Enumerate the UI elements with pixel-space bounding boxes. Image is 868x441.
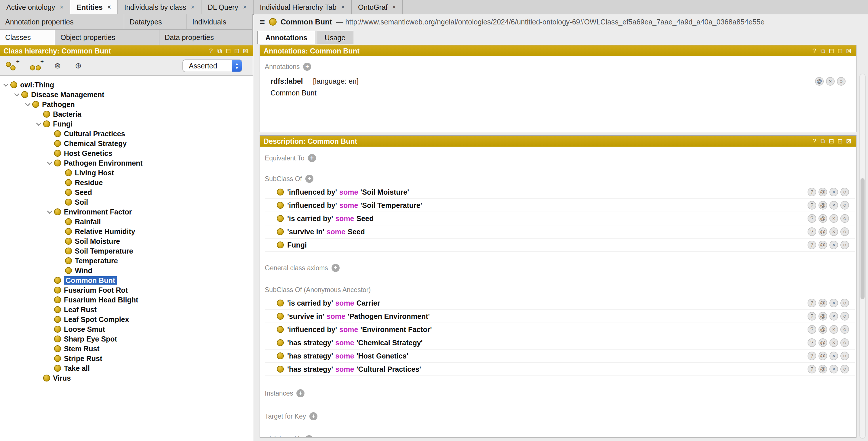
axiom-row[interactable]: 'has strategy'some'Chemical Strategy'?@×… [265, 336, 855, 349]
explain-button[interactable]: ? [808, 201, 816, 210]
edit-button[interactable]: ○ [840, 201, 849, 210]
delete-button[interactable]: × [830, 188, 838, 196]
add-sibling-class-button[interactable]: + [30, 61, 44, 71]
chevron-down-icon[interactable] [46, 208, 54, 215]
tree-item-loose-smut[interactable]: Loose Smut [0, 324, 253, 334]
chevron-down-icon[interactable] [2, 81, 10, 89]
delete-button[interactable]: × [830, 214, 838, 223]
tab-object-properties[interactable]: Object properties [55, 30, 159, 45]
add-annotation-button[interactable]: + [303, 63, 311, 71]
tree-item-cultural-practices[interactable]: Cultural Practices [0, 129, 253, 139]
tree-item-bacteria[interactable]: Bacteria [0, 109, 253, 119]
minimize-panel-icon[interactable]: ⊟ [224, 47, 232, 55]
axiom-row[interactable]: 'influenced by'some'Environment Factor'?… [265, 323, 855, 336]
help-icon[interactable]: ? [207, 47, 215, 55]
close-icon[interactable]: × [392, 3, 396, 11]
delete-button[interactable]: × [830, 241, 838, 249]
edit-button[interactable]: ○ [840, 312, 849, 320]
tree-item-stem-rust[interactable]: Stem Rust [0, 344, 253, 353]
add-superclass-button[interactable]: + [305, 175, 313, 183]
tree-item-rainfall[interactable]: Rainfall [0, 217, 253, 227]
close-panel-icon[interactable]: ⊠ [845, 47, 852, 55]
explain-button[interactable]: ? [808, 351, 816, 360]
edit-button[interactable]: ○ [840, 351, 849, 360]
delete-button[interactable]: × [830, 312, 838, 320]
add-equivalent-class-button[interactable]: + [308, 154, 316, 162]
split-panel-icon[interactable]: ⧉ [216, 47, 223, 55]
delete-button[interactable]: × [826, 77, 835, 86]
delete-class-button[interactable]: ⊗ [54, 61, 64, 71]
add-instance-button[interactable]: + [297, 389, 305, 397]
delete-button[interactable]: × [830, 365, 838, 373]
axiom-row[interactable]: 'is carried by'someCarrier?@×○ [265, 297, 855, 310]
tree-item-fusarium-foot-rot[interactable]: Fusarium Foot Rot [0, 285, 253, 295]
explain-button[interactable]: ? [808, 312, 816, 320]
tab-data-properties[interactable]: Data properties [159, 30, 253, 45]
tab-classes[interactable]: Classes [0, 30, 55, 45]
add-disjoint-class-button[interactable]: + [305, 435, 313, 437]
delete-button[interactable]: × [830, 325, 838, 334]
tree-item-seed[interactable]: Seed [0, 188, 253, 197]
tree-item-leaf-rust[interactable]: Leaf Rust [0, 305, 253, 314]
tab-active-ontology[interactable]: Active ontology× [0, 0, 70, 14]
add-subclass-button[interactable]: + [6, 61, 20, 71]
tree-item-fusarium-head-blight[interactable]: Fusarium Head Blight [0, 295, 253, 305]
split-panel-icon[interactable]: ⧉ [819, 137, 827, 145]
close-icon[interactable]: × [341, 3, 345, 11]
edit-button[interactable]: ○ [837, 77, 845, 86]
close-panel-icon[interactable]: ⊠ [242, 47, 249, 55]
tree-item-disease-management[interactable]: Disease Management [0, 90, 253, 99]
tree-item-pathogen[interactable]: Pathogen [0, 99, 253, 109]
chevron-down-icon[interactable] [24, 101, 32, 108]
tree-item-soil-temperature[interactable]: Soil Temperature [0, 246, 253, 256]
delete-button[interactable]: × [830, 351, 838, 360]
chevron-down-icon[interactable] [13, 91, 21, 98]
tree-item-host-genetics[interactable]: Host Genetics [0, 148, 253, 158]
tree-item-soil[interactable]: Soil [0, 197, 253, 207]
tree-item-pathogen-environment[interactable]: Pathogen Environment [0, 158, 253, 168]
axiom-row[interactable]: 'has strategy'some'Cultural Practices'?@… [265, 363, 855, 376]
tree-item-relative-humidity[interactable]: Relative Humidity [0, 227, 253, 236]
axiom-row[interactable]: Fungi?@×○ [265, 239, 855, 252]
tab-usage[interactable]: Usage [317, 31, 353, 44]
axiom-row[interactable]: 'has strategy'some'Host Genetics'?@×○ [265, 349, 855, 363]
delete-button[interactable]: × [830, 201, 838, 210]
minimize-panel-icon[interactable]: ⊟ [828, 47, 835, 55]
tab-individuals-by-class[interactable]: Individuals by class× [118, 0, 202, 14]
annotate-button[interactable]: @ [818, 299, 827, 307]
explain-button[interactable]: ? [808, 227, 816, 236]
tree-item-virus[interactable]: Virus [0, 373, 253, 383]
help-icon[interactable]: ? [810, 137, 818, 145]
tab-annotation-properties[interactable]: Annotation properties [0, 14, 124, 29]
tab-datatypes[interactable]: Datatypes [124, 14, 187, 29]
annotate-button[interactable]: @ [818, 188, 827, 196]
explain-button[interactable]: ? [808, 214, 816, 223]
edit-button[interactable]: ○ [840, 241, 849, 249]
tree-item-common-bunt[interactable]: Common Bunt [0, 275, 253, 285]
annotate-button[interactable]: @ [818, 365, 827, 373]
annotate-button[interactable]: @ [818, 325, 827, 334]
explain-button[interactable]: ? [808, 299, 816, 307]
tree-item-sharp-eye-spot[interactable]: Sharp Eye Spot [0, 334, 253, 344]
annotate-button[interactable]: @ [818, 201, 827, 210]
edit-button[interactable]: ○ [840, 299, 849, 307]
axiom-row[interactable]: 'is carried by'someSeed?@×○ [265, 212, 855, 226]
annotate-button[interactable]: @ [818, 241, 827, 249]
tree-item-owl-thing[interactable]: owl:Thing [0, 80, 253, 90]
float-panel-icon[interactable]: ⊡ [836, 137, 844, 145]
tree-item-temperature[interactable]: Temperature [0, 256, 253, 266]
add-key-button[interactable]: + [309, 412, 317, 420]
axiom-row[interactable]: 'influenced by'some'Soil Moisture'?@×○ [265, 186, 855, 199]
edit-button[interactable]: ○ [840, 188, 849, 196]
hierarchy-view-select[interactable]: Asserted ▲▼ [183, 60, 242, 72]
delete-button[interactable]: × [830, 227, 838, 236]
explain-button[interactable]: ? [808, 241, 816, 249]
explain-button[interactable]: ? [808, 365, 816, 373]
close-icon[interactable]: × [107, 3, 111, 11]
explain-button[interactable]: ? [808, 338, 816, 347]
annotate-button[interactable]: @ [815, 77, 824, 86]
axiom-row[interactable]: 'survive in'someSeed?@×○ [265, 226, 855, 239]
chevron-down-icon[interactable] [46, 159, 54, 167]
annotate-button[interactable]: @ [818, 214, 827, 223]
edit-button[interactable]: ○ [840, 227, 849, 236]
